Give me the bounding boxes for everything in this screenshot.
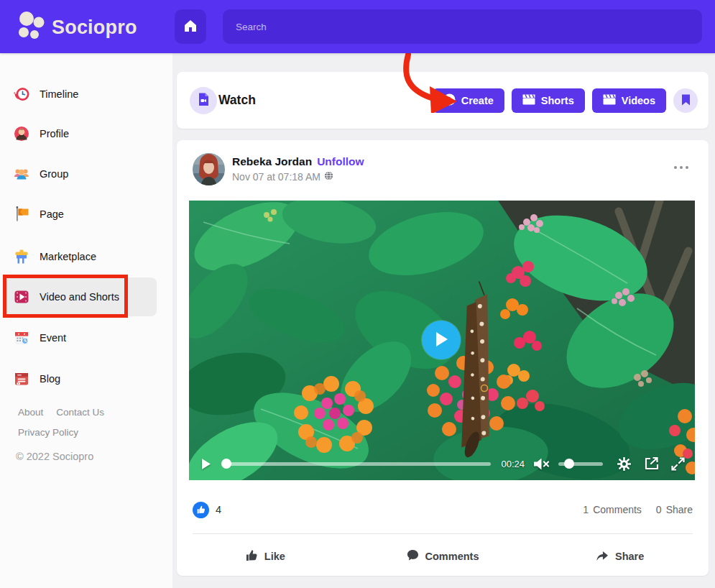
divider — [193, 533, 693, 534]
sidebar-item-label: Timeline — [40, 88, 78, 100]
videos-button[interactable]: Videos — [592, 88, 666, 113]
play-button[interactable] — [422, 321, 461, 359]
volume-thumb[interactable] — [564, 459, 574, 469]
comment-icon — [407, 549, 419, 564]
page-title: Watch — [218, 93, 256, 108]
like-label: Like — [264, 551, 285, 562]
sidebar-item-label: Event — [40, 332, 66, 344]
unfollow-link[interactable]: Unfollow — [317, 155, 364, 168]
post-stats: 4 1 Comments 0 Share — [193, 500, 693, 520]
comments-count-label[interactable]: Comments — [593, 504, 642, 515]
videos-label: Videos — [622, 95, 655, 106]
sidebar-item-event[interactable]: Event — [13, 325, 66, 351]
clapperboard-icon — [522, 94, 535, 107]
play-icon — [434, 331, 448, 350]
video-shorts-icon — [13, 288, 30, 306]
brand-logo[interactable]: Sociopro — [17, 11, 137, 44]
brand-name: Sociopro — [52, 17, 137, 39]
comments-count[interactable]: 1 — [583, 504, 589, 515]
control-play-icon[interactable] — [201, 458, 211, 470]
like-button[interactable]: Like — [177, 541, 354, 571]
post-author[interactable]: Rebeka Jordan — [232, 155, 312, 168]
share-button[interactable]: Share — [531, 541, 709, 571]
copyright-text: © 2022 Sociopro — [16, 451, 93, 462]
profile-icon — [13, 125, 30, 142]
sidebar-item-profile[interactable]: Profile — [13, 121, 69, 147]
progress-thumb[interactable] — [221, 459, 231, 469]
search-input[interactable] — [223, 9, 702, 44]
about-link[interactable]: About — [18, 407, 43, 418]
marketplace-icon — [13, 248, 30, 265]
sidebar-item-label: Page — [40, 208, 64, 220]
sidebar-item-label: Video and Shorts — [40, 291, 119, 303]
mute-icon[interactable] — [534, 458, 550, 470]
fullscreen-icon[interactable] — [671, 457, 685, 471]
sidebar-footer: About Contact Us Privacy Policy — [18, 407, 154, 438]
sidebar-item-group[interactable]: Group — [13, 161, 68, 187]
bookmark-icon — [681, 94, 691, 108]
video-controls: 00:24 — [189, 447, 695, 480]
clapperboard-icon — [603, 94, 616, 107]
progress-bar[interactable] — [223, 462, 491, 466]
plus-circle-icon — [443, 93, 456, 108]
saved-videos-button[interactable] — [673, 88, 698, 113]
blog-icon — [13, 370, 30, 387]
like-reaction-icon[interactable] — [193, 502, 209, 518]
post-options-icon[interactable] — [674, 166, 688, 169]
sidebar-item-label: Profile — [40, 128, 69, 139]
home-icon — [183, 19, 198, 35]
app-header: Sociopro — [0, 0, 715, 53]
volume-slider[interactable] — [558, 462, 603, 466]
share-count[interactable]: 0 — [656, 504, 662, 515]
post-card: Rebeka Jordan Unfollow Nov 07 at 07:18 A… — [177, 140, 709, 576]
thumbs-up-icon — [246, 549, 258, 564]
sociopro-logo-icon — [17, 11, 46, 44]
post-action-bar: Like Comments Share — [177, 541, 709, 571]
globe-privacy-icon — [324, 171, 333, 183]
sidebar-item-page[interactable]: Page — [13, 201, 64, 227]
watch-toolbar: Watch Create Short — [177, 72, 709, 129]
page-icon — [13, 206, 30, 223]
contact-us-link[interactable]: Contact Us — [56, 407, 104, 418]
group-icon — [13, 165, 30, 183]
event-icon — [13, 329, 30, 346]
home-button[interactable] — [175, 9, 206, 44]
share-label: Share — [615, 551, 644, 562]
avatar[interactable] — [193, 153, 225, 185]
sidebar-item-label: Marketplace — [40, 251, 96, 262]
comments-button[interactable]: Comments — [354, 541, 532, 571]
sidebar-item-blog[interactable]: Blog — [13, 366, 60, 392]
video-timestamp: 00:24 — [501, 459, 525, 469]
post-timestamp: Nov 07 at 07:18 AM — [232, 171, 320, 183]
comments-label: Comments — [425, 551, 479, 562]
watch-badge — [190, 87, 217, 114]
like-count: 4 — [216, 504, 221, 515]
privacy-policy-link[interactable]: Privacy Policy — [18, 427, 78, 438]
video-file-icon — [198, 93, 210, 109]
sidebar-item-video-and-shorts[interactable]: Video and Shorts — [13, 284, 119, 310]
sidebar-item-label: Blog — [40, 373, 60, 385]
shorts-label: Shorts — [541, 95, 574, 106]
timeline-icon — [13, 86, 30, 103]
sidebar-item-label: Group — [40, 168, 68, 180]
shorts-button[interactable]: Shorts — [512, 88, 585, 113]
video-player[interactable]: 00:24 — [189, 201, 695, 480]
pip-icon[interactable] — [645, 457, 659, 470]
settings-gear-icon[interactable] — [617, 457, 631, 471]
sidebar: Timeline Profile Group — [0, 53, 172, 588]
create-label: Create — [461, 95, 494, 106]
create-button[interactable]: Create — [433, 88, 504, 113]
sidebar-item-marketplace[interactable]: Marketplace — [13, 244, 96, 270]
sidebar-item-timeline[interactable]: Timeline — [13, 81, 78, 107]
share-count-label[interactable]: Share — [666, 504, 693, 515]
share-icon — [596, 550, 609, 564]
